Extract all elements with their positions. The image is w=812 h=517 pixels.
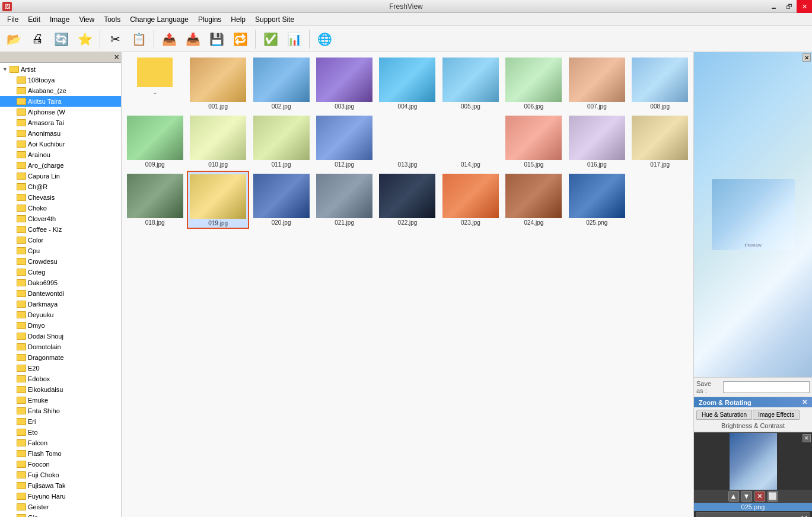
tree-item-aro_(charge[interactable]: Aro_(charge [0, 160, 121, 171]
menu-image[interactable]: Image [45, 13, 74, 26]
tree-item-akabane_(ze[interactable]: Akabane_(ze [0, 85, 121, 96]
thumb-cell-017_jpg[interactable]: 017.jpg [629, 113, 691, 170]
thumb-cell-024_jpg[interactable]: 024.jpg [503, 171, 565, 229]
thumb-cell-006_jpg[interactable]: 006.jpg [503, 55, 565, 111]
toolbar-export[interactable]: 📤 [158, 28, 180, 50]
thumb-cell-007_jpg[interactable]: 007.jpg [566, 55, 628, 111]
tree-item-dmyo[interactable]: Dmyo [0, 320, 121, 331]
toolbar-convert[interactable]: 🔁 [229, 28, 251, 50]
thumb-cell-014_jpg[interactable]: 014.jpg [440, 113, 501, 170]
tree-item-fujisawa_tak[interactable]: Fujisawa Tak [0, 480, 121, 491]
tree-item-gia[interactable]: Gia [0, 512, 121, 517]
thumb-cell-008_jpg[interactable]: 008.jpg [629, 55, 691, 111]
preview-nav-up[interactable]: ▲ [728, 491, 739, 502]
tree-item-domotolain[interactable]: Domotolain [0, 342, 121, 352]
small-preview-close[interactable]: ✕ [803, 434, 811, 442]
tree-item-anonimasu[interactable]: Anonimasu [0, 128, 121, 139]
tree-item-darkmaya[interactable]: Darkmaya [0, 299, 121, 309]
thumb-cell-002_jpg[interactable]: 002.jpg [250, 55, 312, 111]
tree-item-eto[interactable]: Eto [0, 427, 121, 438]
tree-item-capura_lin[interactable]: Capura Lin [0, 171, 121, 181]
thumb-cell-010_jpg[interactable]: 010.jpg [187, 113, 249, 170]
tree-item-dako6995[interactable]: Dako6995 [0, 277, 121, 288]
tree-item-eikokudaisu[interactable]: Eikokudaisu [0, 384, 121, 395]
menu-tools[interactable]: Tools [99, 13, 125, 26]
thumb-cell-023_jpg[interactable]: 023.jpg [440, 171, 501, 229]
tree-item-falcon[interactable]: Falcon [0, 438, 121, 448]
toolbar-print[interactable]: 🖨 [26, 28, 49, 50]
save-as-input[interactable] [723, 381, 810, 393]
tree-item-crowdesu[interactable]: Crowdesu [0, 256, 121, 267]
menu-support[interactable]: Support Site [250, 13, 299, 26]
preview-close-button[interactable]: ✕ [803, 53, 811, 62]
tree-item-chevasis[interactable]: Chevasis [0, 192, 121, 203]
thumb-cell-012_jpg[interactable]: 012.jpg [313, 113, 375, 170]
tree-item-cuteg[interactable]: Cuteg [0, 267, 121, 277]
menu-changelang[interactable]: Change Language [125, 13, 193, 26]
thumb-cell-001_jpg[interactable]: 001.jpg [187, 55, 249, 111]
menu-file[interactable]: File [2, 13, 23, 26]
thumb-cell-003_jpg[interactable]: 003.jpg [313, 55, 375, 111]
tree-item-arainou[interactable]: Arainou [0, 149, 121, 160]
tree-root-node[interactable]: ▼ Artist [0, 64, 121, 75]
tree-item-foocon[interactable]: Foocon [0, 459, 121, 470]
toolbar-refresh[interactable]: 🔄 [50, 28, 72, 50]
tree-item-deyuuku[interactable]: Deyuuku [0, 309, 121, 320]
tree-item-fuyuno_haru[interactable]: Fuyuno Haru [0, 491, 121, 502]
thumb-cell-005_jpg[interactable]: 005.jpg [440, 55, 501, 111]
thumb-cell-018_jpg[interactable]: 018.jpg [124, 171, 186, 229]
tree-item-edobox[interactable]: Edobox [0, 374, 121, 384]
tree-item-dodai_shouj[interactable]: Dodai Shouj [0, 331, 121, 342]
tree-item-108tooya[interactable]: 108tooya [0, 75, 121, 85]
thumb-cell-015_jpg[interactable]: 015.jpg [503, 113, 565, 170]
tree-item-coffee_-_kiz[interactable]: Coffee - Kiz [0, 224, 121, 235]
toolbar-web[interactable]: 🌐 [313, 28, 336, 50]
toolbar-cut[interactable]: ✂ [104, 28, 126, 50]
tree-item-emuke[interactable]: Emuke [0, 395, 121, 406]
minimize-button[interactable]: 🗕 [766, 0, 781, 13]
preview-nav-delete[interactable]: ✕ [754, 491, 765, 502]
thumb-cell-016_jpg[interactable]: 016.jpg [566, 113, 628, 170]
menu-help[interactable]: Help [226, 13, 250, 26]
thumb-cell-009_jpg[interactable]: 009.jpg [124, 113, 186, 170]
tree-item-ch@r[interactable]: Ch@R [0, 181, 121, 192]
tab-image-effects[interactable]: Image Effects [753, 410, 800, 420]
toolbar-favorite[interactable]: ⭐ [74, 28, 96, 50]
tree-item-eri[interactable]: Eri [0, 416, 121, 427]
tree-item-geister[interactable]: Geister [0, 502, 121, 512]
tree-item-alphonse_(w[interactable]: Alphonse (W [0, 107, 121, 117]
toolbar-import[interactable]: 📥 [181, 28, 204, 50]
menu-plugins[interactable]: Plugins [193, 13, 226, 26]
tree-item-amasora_tai[interactable]: Amasora Tai [0, 117, 121, 128]
tree-item-e20[interactable]: E20 [0, 363, 121, 374]
close-button[interactable]: ✕ [797, 0, 812, 13]
tree-item-flash_tomo[interactable]: Flash Tomo [0, 448, 121, 459]
tree-close-button[interactable]: ✕ [112, 53, 121, 61]
toolbar-validate[interactable]: ✅ [259, 28, 282, 50]
thumb-cell-004_jpg[interactable]: 004.jpg [377, 55, 438, 111]
thumb-cell-011_jpg[interactable]: 011.jpg [250, 113, 312, 170]
tree-item-clover4th[interactable]: Clover4th [0, 213, 121, 224]
preview-nav-expand[interactable]: ⬜ [768, 491, 778, 502]
thumb-cell-_.[interactable]: .. [124, 55, 186, 111]
toolbar-open[interactable]: 📂 [2, 28, 25, 50]
tree-item-dantewontdi[interactable]: Dantewontdi [0, 288, 121, 299]
toolbar-paste[interactable]: 📋 [128, 28, 150, 50]
small-preview-dropdown[interactable] [696, 512, 810, 517]
menu-edit[interactable]: Edit [23, 13, 45, 26]
thumb-cell-013_jpg[interactable]: 013.jpg [377, 113, 438, 170]
toolbar-save[interactable]: 💾 [205, 28, 228, 50]
zoom-panel-close[interactable]: ✕ [802, 398, 807, 406]
tree-item-aoi_kuchibur[interactable]: Aoi Kuchibur [0, 139, 121, 149]
thumb-cell-025_png[interactable]: 025.png [566, 171, 628, 229]
restore-button[interactable]: 🗗 [781, 0, 797, 13]
menu-view[interactable]: View [74, 13, 99, 26]
tree-item-akitsu_taira[interactable]: Akitsu Taira [0, 96, 121, 107]
tree-item-choko[interactable]: Choko [0, 203, 121, 213]
thumb-cell-020_jpg[interactable]: 020.jpg [250, 171, 312, 229]
thumb-cell-022_jpg[interactable]: 022.jpg [377, 171, 438, 229]
tree-item-fuji_choko[interactable]: Fuji Choko [0, 470, 121, 480]
tree-item-dragonmate[interactable]: Dragonmate [0, 352, 121, 363]
tree-item-cpu[interactable]: Cpu [0, 245, 121, 256]
thumb-cell-019_jpg[interactable]: 019.jpg [187, 171, 249, 229]
